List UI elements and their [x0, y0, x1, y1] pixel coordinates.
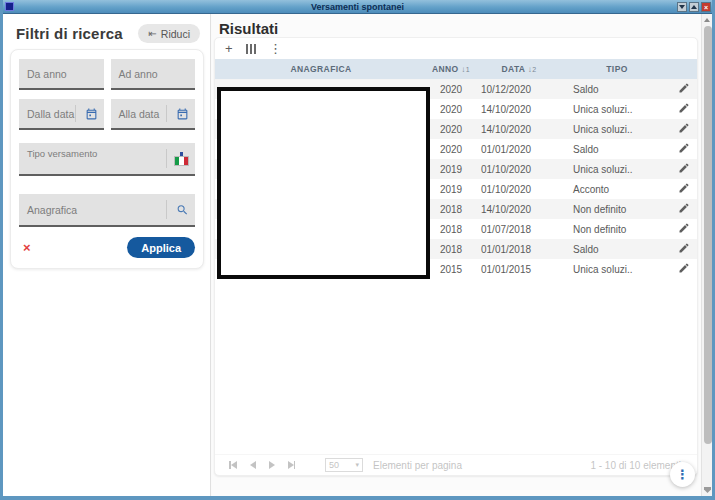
column-header-anagrafica[interactable]: ANAGRAFICA [215, 64, 427, 74]
edit-row-button[interactable] [671, 142, 697, 156]
maximize-button[interactable] [689, 2, 699, 12]
last-page-button[interactable] [288, 461, 296, 469]
cell-anno: 2018 [427, 224, 475, 235]
window-title: Versamenti spontanei [0, 2, 715, 12]
scroll-up-button[interactable] [702, 14, 712, 25]
filter-card: Da anno Ad anno Dalla data [10, 49, 204, 269]
cell-tipo: Non definito [563, 204, 671, 215]
kebab-menu-icon[interactable]: ⋮ [269, 41, 282, 56]
column-header-anno[interactable]: ANNO ↓1 [427, 64, 475, 74]
calendar-icon[interactable] [176, 107, 189, 120]
cell-data: 01/10/2020 [475, 164, 563, 175]
tipo-versamento-label: Tipo versamento [27, 148, 97, 159]
cell-data: 10/12/2020 [475, 84, 563, 95]
pencil-icon [678, 182, 690, 196]
pencil-icon [678, 122, 690, 136]
close-icon: × [704, 4, 708, 11]
pencil-icon [678, 102, 690, 116]
add-icon[interactable]: + [225, 41, 233, 56]
cell-anno: 2020 [427, 104, 475, 115]
edit-row-button[interactable] [671, 202, 697, 216]
fab-menu-button[interactable]: ⋮ [670, 462, 695, 487]
search-icon[interactable] [176, 203, 189, 216]
page-size-select[interactable]: 50 ▾ [325, 458, 363, 472]
cell-tipo: Saldo [563, 144, 671, 155]
cell-tipo: Saldo [563, 244, 671, 255]
collapse-button[interactable]: ⇤ Riduci [138, 24, 200, 43]
dalla-data-placeholder: Dalla data [27, 108, 74, 120]
scroll-down-icon[interactable] [704, 487, 711, 493]
cell-data: 01/01/2015 [475, 264, 563, 275]
app-window: Versamenti spontanei × Filtri di ricerca… [0, 0, 715, 500]
edit-row-button[interactable] [671, 182, 697, 196]
edit-row-button[interactable] [671, 122, 697, 136]
table-header: ANAGRAFICA ANNO ↓1 DATA ↓2 TIPO [215, 59, 697, 79]
collapse-left-icon: ⇤ [148, 28, 156, 39]
close-button[interactable]: × [701, 2, 711, 12]
next-page-button[interactable] [269, 461, 275, 469]
collapse-label: Riduci [161, 28, 190, 40]
da-anno-input[interactable]: Da anno [19, 59, 104, 90]
italian-flag-icon [174, 152, 189, 166]
minimize-icon [679, 5, 685, 9]
anagrafica-input[interactable]: Anagrafica [19, 194, 195, 227]
results-panel: Risultati + ⋮ ANAGRAFICA ANNO ↓1 DATA ↓2 [212, 14, 700, 496]
filters-title: Filtri di ricerca [16, 25, 123, 42]
scrollbar-thumb[interactable] [704, 26, 712, 444]
clear-filters-icon[interactable]: × [23, 240, 31, 255]
cell-anno: 2015 [427, 264, 475, 275]
minimize-button[interactable] [677, 2, 687, 12]
sort-desc-icon: ↓2 [528, 65, 537, 74]
titlebar[interactable]: Versamenti spontanei × [0, 0, 715, 14]
sort-desc-icon: ↓1 [461, 65, 470, 74]
cell-data: 14/10/2020 [475, 204, 563, 215]
alla-data-input[interactable]: Alla data [111, 99, 196, 130]
cell-data: 14/10/2020 [475, 124, 563, 135]
first-page-button[interactable] [229, 461, 237, 469]
arrow-up-icon [704, 18, 710, 22]
cell-tipo: Saldo [563, 84, 671, 95]
column-header-tipo[interactable]: TIPO [563, 64, 671, 74]
edit-row-button[interactable] [671, 102, 697, 116]
redaction-box [217, 87, 430, 279]
calendar-icon[interactable] [85, 107, 98, 120]
column-header-data[interactable]: DATA ↓2 [475, 64, 563, 74]
dalla-data-input[interactable]: Dalla data [19, 99, 104, 130]
paginator: 50 ▾ Elementi per pagina 1 - 10 di 10 el… [215, 454, 697, 475]
columns-icon[interactable] [246, 44, 257, 54]
per-page-label: Elementi per pagina [373, 460, 462, 471]
ad-anno-input[interactable]: Ad anno [111, 59, 196, 90]
cell-anno: 2019 [427, 184, 475, 195]
cell-anno: 2018 [427, 244, 475, 255]
page-size-value: 50 [329, 460, 339, 470]
pencil-icon [678, 142, 690, 156]
tipo-versamento-select[interactable]: Tipo versamento [19, 143, 195, 176]
anagrafica-placeholder: Anagrafica [27, 204, 77, 216]
ad-anno-placeholder: Ad anno [119, 68, 158, 80]
results-toolbar: + ⋮ [215, 38, 697, 59]
edit-row-button[interactable] [671, 222, 697, 236]
edit-row-button[interactable] [671, 162, 697, 176]
alla-data-placeholder: Alla data [119, 108, 160, 120]
cell-anno: 2020 [427, 84, 475, 95]
edit-row-button[interactable] [671, 82, 697, 96]
cell-tipo: Unica soluzi.. [563, 124, 671, 135]
caret-down-icon: ▾ [355, 461, 359, 469]
pencil-icon [678, 82, 690, 96]
apply-button[interactable]: Applica [127, 237, 195, 258]
vertical-scrollbar[interactable] [701, 14, 712, 496]
cell-tipo: Acconto [563, 184, 671, 195]
results-title: Risultati [212, 14, 700, 37]
cell-data: 01/01/2020 [475, 144, 563, 155]
cell-data: 14/10/2020 [475, 104, 563, 115]
filters-panel: Filtri di ricerca ⇤ Riduci Da anno Ad an… [0, 14, 211, 496]
cell-data: 01/10/2020 [475, 184, 563, 195]
pencil-icon [678, 222, 690, 236]
previous-page-button[interactable] [250, 461, 256, 469]
cell-data: 01/01/2018 [475, 244, 563, 255]
pencil-icon [678, 262, 690, 276]
cell-anno: 2019 [427, 164, 475, 175]
cell-tipo: Unica soluzi.. [563, 104, 671, 115]
edit-row-button[interactable] [671, 242, 697, 256]
edit-row-button[interactable] [671, 262, 697, 276]
